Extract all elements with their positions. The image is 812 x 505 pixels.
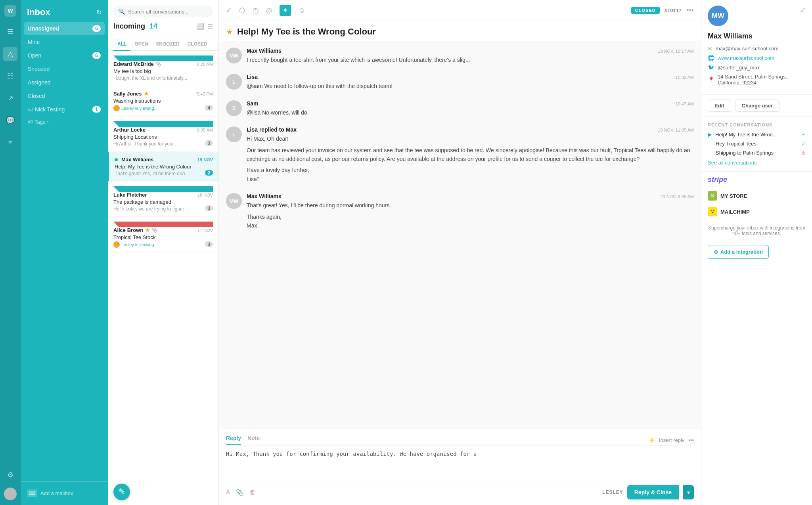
clock-icon[interactable]: ◷: [253, 6, 259, 15]
msg-body: Max Williams 20 NOV, 9:35 AM That's grea…: [247, 193, 694, 232]
search-input[interactable]: [128, 9, 208, 15]
assign-icon[interactable]: ◎: [266, 6, 272, 15]
checkmark-icon[interactable]: ✓: [226, 6, 232, 15]
reply-close-chevron[interactable]: ▾: [683, 485, 694, 499]
recent-conv-3[interactable]: Shipping to Palm Springs ⚠: [708, 150, 806, 156]
more-options-icon[interactable]: •••: [686, 6, 694, 15]
nav-icon-reports[interactable]: ☷: [3, 69, 17, 83]
sidebar-nav: Unassigned 6 Mine Open 6 Snoozed Assigne…: [21, 22, 108, 481]
conv-item-edward[interactable]: Edward McBride 📎 8:20 AM My tee is too b…: [108, 51, 218, 86]
plus-circle-icon: ⊕: [714, 249, 718, 255]
conversation-list: 🔍 Incoming 14 ⬜ ☰ ALL OPEN SNOOZED CLOSE…: [108, 0, 219, 505]
corner-indicator: [113, 121, 213, 127]
sidebar-item-closed[interactable]: Closed: [24, 90, 105, 102]
conv-badge: 2: [205, 170, 213, 176]
reply-footer: A 📎 🗑 LESLEY Reply & Close ▾: [226, 482, 694, 499]
keyboard-icon: ⌨: [27, 490, 37, 497]
add-mailbox-label: Add a mailbox: [40, 490, 73, 496]
conv-title: Help! My Tee is the Wrong Colour: [237, 27, 376, 37]
conv-sender: Alice Brown ★ 📎: [113, 227, 157, 233]
conv-item-luke[interactable]: Luke Fletcher 18 NOV The package is dama…: [108, 182, 218, 217]
alert-icon-3: ⚠: [801, 150, 806, 156]
conv-sender: Edward McBride 📎: [113, 61, 161, 67]
nav-icon-messages[interactable]: 💬: [3, 113, 17, 128]
address-row: 📍 14 Sand Street, Palm Springs, Californ…: [708, 74, 806, 86]
add-mailbox-button[interactable]: ⌨ Add a mailbox: [25, 486, 104, 500]
tab-snoozed[interactable]: SNOOZED: [152, 38, 183, 51]
search-bar[interactable]: 🔍: [113, 6, 213, 17]
attachment-icon: 📎: [156, 61, 161, 67]
closed-badge: CLOSED: [631, 7, 660, 14]
reply-close-button[interactable]: Reply & Close: [627, 485, 679, 499]
sidebar-badge-nick: 1: [92, 106, 101, 113]
tab-reply[interactable]: Reply: [226, 435, 241, 445]
conv-title-bar: ★ Help! My Tee is the Wrong Colour: [219, 21, 701, 41]
label-icon[interactable]: ⬡: [239, 6, 245, 15]
tab-note[interactable]: Note: [247, 435, 260, 445]
reply-textarea[interactable]: Hi Max, Thank you for confirming your av…: [226, 450, 694, 477]
tab-closed[interactable]: CLOSED: [184, 38, 211, 51]
sidebar-item-assigned[interactable]: Assigned: [24, 76, 105, 89]
nav-icon-settings-list[interactable]: ≡: [3, 136, 17, 150]
text-format-icon[interactable]: A: [226, 489, 230, 496]
mailchimp-integration[interactable]: M MAILCHIMP: [701, 204, 812, 220]
shopify-integration[interactable]: S MY STORE: [701, 188, 812, 204]
conv-list-wrap: Edward McBride 📎 8:20 AM My tee is too b…: [108, 51, 218, 505]
sidebar-label-assigned: Assigned: [28, 79, 51, 86]
msg-text: Hi Max, Oh dear! Our team has reviewed y…: [247, 134, 694, 184]
mailchimp-icon: M: [708, 207, 717, 216]
msg-sender: Lisa replied to Max: [247, 126, 297, 133]
star-icon[interactable]: ★: [226, 27, 233, 36]
conv-item-sally[interactable]: Sally Jones ★ 5:43 PM Washing instructio…: [108, 86, 218, 117]
messages-list: MW Max Williams 19 NOV, 10:17 AM I recen…: [219, 41, 701, 429]
toolbar-left: ✓ ⬡ ◷ ◎ ✦ ☺: [226, 5, 305, 16]
conv-item-arthur[interactable]: Arthur Locke 9:35 AM Shipping Locations …: [108, 117, 218, 152]
sidebar-item-snoozed[interactable]: Snoozed: [24, 63, 105, 75]
recent-conv-2[interactable]: Hey Tropical Tees ✓: [708, 141, 806, 147]
msg-avatar-lisa: L: [226, 74, 242, 90]
emoji-icon[interactable]: ☺: [298, 6, 305, 15]
nav-icon-menu[interactable]: ☰: [3, 25, 17, 39]
right-panel: MW ⤢ Max Williams ✉ max@max-surf-school.…: [701, 0, 812, 505]
user-avatar-small[interactable]: [4, 488, 17, 500]
edit-button[interactable]: Edit: [708, 99, 731, 112]
change-user-button[interactable]: Change user: [735, 99, 780, 112]
sidebar-item-unassigned[interactable]: Unassigned 6: [24, 22, 105, 35]
see-all-conversations[interactable]: See all conversations: [708, 159, 806, 166]
sidebar: Inbox ↻ Unassigned 6 Mine Open 6 Snoozed…: [21, 0, 108, 505]
tab-all[interactable]: ALL: [113, 38, 130, 51]
conv-item-max[interactable]: Max Williams 19 NOV Help! My Tee is the …: [108, 152, 218, 182]
sidebar-item-open[interactable]: Open 6: [24, 49, 105, 62]
sidebar-tags[interactable]: 🏷 Tags ›: [24, 117, 105, 127]
sidebar-item-nick-testing[interactable]: 🏷 Nick Testing 1: [24, 103, 105, 116]
expand-icon[interactable]: ⤢: [800, 6, 806, 14]
conv-item-alice[interactable]: Alice Brown ★ 📎 17 NOV Tropical Tee Stoc…: [108, 217, 218, 253]
conv-date: 17 NOV: [197, 228, 213, 233]
refresh-icon[interactable]: ↻: [96, 9, 102, 16]
tab-open[interactable]: OPEN: [130, 38, 152, 51]
conv-subject: My tee is too big: [113, 68, 213, 74]
active-tool-icon[interactable]: ✦: [280, 5, 291, 16]
attachment-icon[interactable]: 📎: [236, 489, 244, 496]
delete-icon[interactable]: 🗑: [249, 489, 256, 496]
reply-box: Reply Note ⚡ Insert reply ••• Hi Max, Th…: [219, 429, 701, 505]
attachment-icon: 📎: [152, 228, 157, 233]
recent-conv-1[interactable]: ▶ Help! My Tee is the Wron... ✓: [708, 131, 806, 138]
contact-website[interactable]: www.maxsurfschool.com: [718, 55, 774, 61]
compose-button[interactable]: ✎: [113, 484, 130, 500]
more-icon[interactable]: •••: [688, 437, 694, 443]
sidebar-item-mine[interactable]: Mine: [24, 36, 105, 48]
app-logo[interactable]: W: [4, 5, 16, 17]
add-integration-button[interactable]: ⊕ Add a integration: [708, 245, 769, 259]
nav-icon-settings[interactable]: ⚙: [3, 468, 17, 482]
conv-sender: Arthur Locke: [113, 127, 146, 133]
nav-icon-inbox[interactable]: △: [3, 47, 17, 61]
contact-actions: Edit Change user: [701, 95, 812, 117]
nav-icon-contacts[interactable]: ↗: [3, 91, 17, 105]
conv-subject: Help! My Tee is the Wrong Colour: [115, 164, 213, 170]
filter-icon[interactable]: ☰: [207, 23, 213, 30]
inbox-icon[interactable]: ⬜: [196, 23, 204, 30]
viewer-avatar: [113, 241, 120, 248]
reply-tab-actions: ⚡ Insert reply •••: [649, 435, 694, 445]
msg-body: Max Williams 19 NOV, 10:17 AM I recently…: [247, 48, 694, 67]
